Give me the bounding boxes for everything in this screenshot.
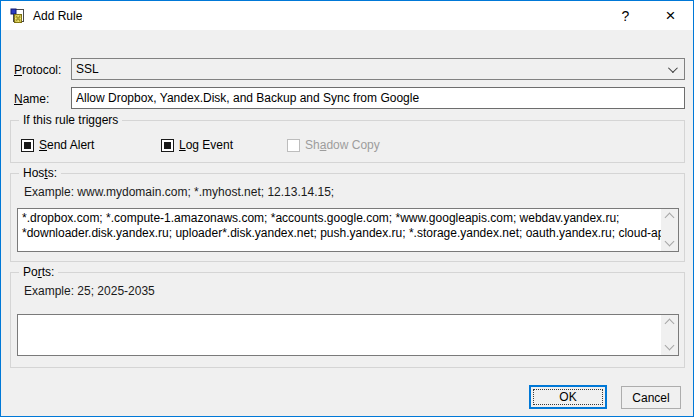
ports-legend: Ports: — [19, 265, 58, 279]
title-bar: Add Rule ? × — [1, 1, 693, 30]
close-button[interactable]: × — [648, 1, 693, 30]
protocol-select[interactable]: SSL — [71, 58, 685, 80]
cancel-button[interactable]: Cancel — [621, 386, 681, 409]
hosts-scrollbar[interactable] — [661, 209, 678, 251]
ports-textarea[interactable] — [17, 314, 679, 356]
chevron-down-icon — [668, 63, 678, 73]
hosts-groupbox: Hosts: Example: www.mydomain.com; *.myho… — [10, 173, 685, 262]
hosts-example-text: Example: www.mydomain.com; *.myhost.net;… — [24, 185, 334, 199]
name-input[interactable] — [71, 87, 685, 109]
ports-groupbox: Ports: Example: 25; 2025-2035 — [10, 272, 685, 368]
ports-scrollbar[interactable] — [661, 315, 678, 355]
name-label: Name: — [14, 92, 49, 106]
ok-button[interactable]: OK — [529, 385, 607, 409]
scroll-up-icon[interactable] — [661, 315, 678, 330]
checkbox-send-alert[interactable]: Send Alert — [21, 138, 94, 152]
shadow-copy-label: Shadow Copy — [305, 138, 380, 152]
hosts-legend: Hosts: — [19, 166, 61, 180]
checkbox-icon — [21, 139, 34, 152]
checkbox-icon — [287, 139, 300, 152]
protocol-label: Protocol: — [14, 63, 61, 77]
protocol-selected-value: SSL — [76, 62, 99, 76]
checkbox-shadow-copy: Shadow Copy — [287, 138, 380, 152]
send-alert-label: Send Alert — [39, 138, 94, 152]
scroll-up-icon[interactable] — [661, 209, 678, 224]
checkbox-icon — [161, 139, 174, 152]
log-event-label: Log Event — [179, 138, 233, 152]
help-button[interactable]: ? — [603, 1, 648, 30]
rule-lock-icon — [10, 8, 26, 24]
window-title: Add Rule — [33, 9, 82, 23]
scroll-down-icon[interactable] — [661, 340, 678, 355]
add-rule-dialog: Add Rule ? × Protocol: SSL Name: If this… — [0, 0, 694, 417]
caption-buttons: ? × — [603, 1, 693, 30]
triggers-legend: If this rule triggers — [19, 113, 122, 127]
triggers-groupbox: If this rule triggers Send Alert Log Eve… — [10, 120, 685, 163]
ports-example-text: Example: 25; 2025-2035 — [24, 284, 155, 298]
scroll-down-icon[interactable] — [661, 236, 678, 251]
hosts-textarea[interactable]: *.dropbox.com; *.compute-1.amazonaws.com… — [17, 208, 679, 252]
checkbox-log-event[interactable]: Log Event — [161, 138, 233, 152]
